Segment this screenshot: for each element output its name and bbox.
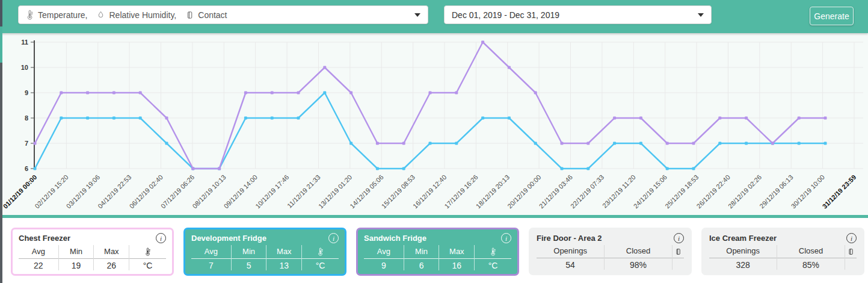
svg-text:21/12/19 03:46: 21/12/19 03:46 <box>538 173 574 210</box>
value-max: 13 <box>266 258 302 270</box>
svg-text:11/12/19 21:33: 11/12/19 21:33 <box>286 173 322 210</box>
thermometer-icon <box>475 245 511 258</box>
svg-text:10: 10 <box>21 64 28 71</box>
svg-text:16/12/19 12:40: 16/12/19 12:40 <box>411 173 448 210</box>
svg-text:7: 7 <box>25 140 28 147</box>
value-openings: 328 <box>709 258 777 270</box>
card-title: Chest Freezer <box>19 234 70 243</box>
sensor-temperature-label: Temperature, <box>38 10 87 20</box>
left-edge-gray-segment <box>0 63 2 283</box>
sensor-humidity-label: Relative Humidity, <box>109 10 176 20</box>
card-ice-cream-freezer: Ice Cream Freezer i Openings Closed 328 … <box>701 228 864 275</box>
svg-text:15/12/19 08:53: 15/12/19 08:53 <box>380 173 416 210</box>
value-unit: °C <box>129 258 166 270</box>
chevron-down-icon <box>414 13 420 17</box>
value-closed: 85% <box>777 258 845 270</box>
svg-text:31/12/19 23:59: 31/12/19 23:59 <box>821 173 858 210</box>
svg-text:23/12/19 11:20: 23/12/19 11:20 <box>601 173 637 210</box>
value-avg: 7 <box>191 258 231 270</box>
thermometer-icon <box>26 9 34 20</box>
card-stats-table: Avg Min Max 7 5 13 °C <box>191 245 339 270</box>
card-stats-table: Avg Min Max 22 19 26 °C <box>19 245 166 270</box>
svg-text:25/12/19 18:53: 25/12/19 18:53 <box>663 173 700 210</box>
col-min: Min <box>404 245 439 258</box>
date-range-dropdown[interactable]: Dec 01, 2019 - Dec 31, 2019 <box>444 5 712 24</box>
value-avg: 22 <box>19 258 58 270</box>
svg-text:04/12/19 22:53: 04/12/19 22:53 <box>96 173 132 210</box>
info-icon[interactable]: i <box>328 233 339 243</box>
value-min: 19 <box>58 258 94 270</box>
svg-text:11: 11 <box>21 39 28 46</box>
col-openings: Openings <box>709 245 777 258</box>
card-title: Ice Cream Freezer <box>709 234 777 243</box>
left-edge-strip <box>0 0 2 283</box>
line-chart: 6789101101/12/19 00:0002/12/19 15:2003/1… <box>0 33 868 215</box>
svg-text:29/12/19 06:13: 29/12/19 06:13 <box>758 173 794 210</box>
sensor-contact-label: Contact <box>198 10 227 20</box>
card-stats-table: Openings Closed 54 98% <box>537 245 684 270</box>
contact-icon <box>672 245 684 258</box>
chevron-down-icon <box>698 13 704 17</box>
svg-text:24/12/19 15:06: 24/12/19 15:06 <box>632 173 668 210</box>
line-chart-panel: 6789101101/12/19 00:0002/12/19 15:2003/1… <box>0 33 868 215</box>
value-closed: 98% <box>605 258 673 270</box>
svg-text:14/12/19 05:06: 14/12/19 05:06 <box>348 173 384 210</box>
svg-text:6: 6 <box>25 165 28 172</box>
card-stats-table: Openings Closed 328 85% <box>709 245 857 270</box>
card-stats-table: Avg Min Max 9 6 16 °C <box>364 245 511 270</box>
col-max: Max <box>439 245 475 258</box>
svg-text:20/12/19 00:00: 20/12/19 00:00 <box>506 173 542 210</box>
svg-text:22/12/19 07:33: 22/12/19 07:33 <box>569 173 605 210</box>
value-max: 16 <box>439 258 475 270</box>
card-title: Sandwich Fridge <box>364 234 426 243</box>
value-unit <box>845 258 857 270</box>
svg-text:07/12/19 06:26: 07/12/19 06:26 <box>159 173 195 210</box>
card-title: Fire Door - Area 2 <box>537 234 602 243</box>
svg-text:02/12/19 15:20: 02/12/19 15:20 <box>33 173 69 210</box>
date-range-value: Dec 01, 2019 - Dec 31, 2019 <box>452 10 559 20</box>
col-max: Max <box>94 245 129 258</box>
card-title: Development Fridge <box>191 234 266 243</box>
sensor-select-dropdown[interactable]: Temperature, Relative Humidity, Contact <box>18 5 428 24</box>
col-openings: Openings <box>537 245 605 258</box>
info-icon[interactable]: i <box>674 233 684 243</box>
svg-text:9: 9 <box>25 89 28 96</box>
value-min: 6 <box>404 258 439 270</box>
col-avg: Avg <box>191 245 231 258</box>
svg-text:08/12/19 10:13: 08/12/19 10:13 <box>191 173 227 210</box>
sensor-temperature: Temperature, <box>26 9 87 20</box>
svg-text:28/12/19 02:26: 28/12/19 02:26 <box>727 173 763 210</box>
summary-cards-row: Chest Freezer i Avg Min Max 22 <box>0 218 868 283</box>
card-development-fridge: Development Fridge i Avg Min Max 7 <box>183 228 346 276</box>
sensor-contact: Contact <box>186 10 227 20</box>
contact-icon <box>845 245 857 258</box>
value-unit: °C <box>475 258 511 270</box>
svg-text:26/12/19 22:40: 26/12/19 22:40 <box>695 173 731 210</box>
col-closed: Closed <box>605 245 673 258</box>
svg-text:10/12/19 17:46: 10/12/19 17:46 <box>254 173 290 210</box>
card-sandwich-fridge: Sandwich Fridge i Avg Min Max 9 <box>356 228 519 276</box>
value-unit: °C <box>302 258 339 270</box>
value-max: 26 <box>94 258 129 270</box>
value-min: 5 <box>231 258 266 270</box>
generate-button[interactable]: Generate <box>810 7 854 25</box>
svg-text:30/12/19 10:00: 30/12/19 10:00 <box>790 173 826 210</box>
col-min: Min <box>58 245 94 258</box>
info-icon[interactable]: i <box>846 233 857 243</box>
value-openings: 54 <box>537 258 605 270</box>
col-avg: Avg <box>19 245 58 258</box>
info-icon[interactable]: i <box>501 233 511 243</box>
svg-text:09/12/19 14:00: 09/12/19 14:00 <box>223 173 259 210</box>
col-min: Min <box>231 245 266 258</box>
sensor-humidity: Relative Humidity, <box>97 10 176 20</box>
svg-text:03/12/19 19:06: 03/12/19 19:06 <box>65 173 101 210</box>
col-closed: Closed <box>777 245 845 258</box>
contact-icon <box>186 10 194 20</box>
card-fire-door-area-2: Fire Door - Area 2 i Openings Closed 54 … <box>529 228 692 275</box>
svg-text:18/12/19 20:13: 18/12/19 20:13 <box>475 173 511 210</box>
card-chest-freezer: Chest Freezer i Avg Min Max 22 <box>11 228 174 276</box>
col-avg: Avg <box>364 245 404 258</box>
droplet-icon <box>97 10 105 19</box>
info-icon[interactable]: i <box>156 233 166 243</box>
thermometer-icon <box>129 245 166 258</box>
